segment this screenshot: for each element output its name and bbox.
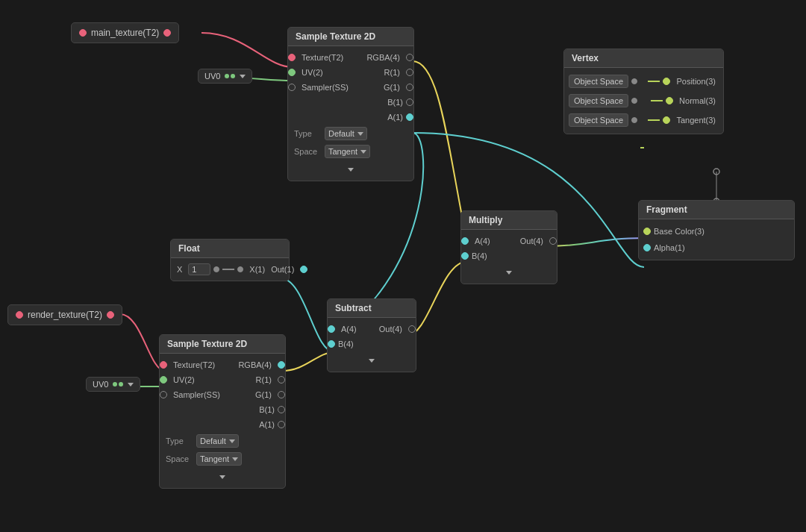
texture-input-port bbox=[288, 54, 296, 61]
mul-a-port bbox=[461, 237, 469, 245]
b-r-output-port bbox=[278, 376, 285, 384]
uv0-bottom-chevron[interactable] bbox=[128, 383, 134, 387]
main-texture-output-port bbox=[79, 29, 87, 37]
sample-texture-2d-bottom-node: Sample Texture 2D Texture(T2) RGBA(4) UV… bbox=[159, 334, 286, 489]
b-a-port-row: A(1) bbox=[160, 417, 285, 432]
b-sampler-port-row: Sampler(SS) G(1) bbox=[160, 387, 285, 402]
float-node: Float X X(1) Out(1) bbox=[170, 239, 290, 281]
mul-b-port bbox=[461, 252, 469, 260]
base-color-row: Base Color(3) bbox=[639, 223, 794, 240]
sampler-input-port bbox=[288, 84, 296, 91]
render-texture-output-port bbox=[16, 311, 23, 319]
normal-row: Object Space Normal(3) bbox=[564, 91, 723, 110]
sample-texture-2d-bottom-header: Sample Texture 2D bbox=[160, 335, 285, 354]
b-sampler-input-port bbox=[160, 391, 167, 398]
b-texture-port-row: Texture(T2) RGBA(4) bbox=[160, 357, 285, 372]
subtract-node: Subtract A(4) Out(4) B(4) bbox=[327, 298, 416, 372]
b-g-output-port bbox=[278, 391, 285, 398]
mul-a-row: A(4) Out(4) bbox=[461, 234, 557, 248]
b-b-port-row: B(1) bbox=[160, 402, 285, 417]
expand-button-bottom[interactable] bbox=[160, 468, 285, 484]
svg-point-4 bbox=[713, 169, 719, 175]
b-rgba-output-port bbox=[278, 361, 285, 369]
render-texture-right-port bbox=[107, 311, 114, 319]
uv-port-row: UV(2) R(1) bbox=[288, 65, 413, 80]
main-texture-node: main_texture(T2) bbox=[71, 22, 179, 43]
expand-button-top[interactable] bbox=[288, 160, 413, 177]
b-b-output-port bbox=[278, 406, 285, 413]
b-port-row: B(1) bbox=[288, 95, 413, 110]
float-x-line bbox=[222, 269, 234, 270]
type-field-row: Type Default bbox=[288, 125, 413, 143]
normal-output-port bbox=[666, 97, 673, 104]
r-output-port bbox=[406, 69, 413, 76]
sub-out-port bbox=[408, 325, 416, 333]
alpha-row: Alpha(1) bbox=[639, 240, 794, 256]
position-row: Object Space Position(3) bbox=[564, 72, 723, 91]
b-texture-input-port bbox=[160, 361, 167, 369]
float-x-dot2 bbox=[237, 266, 243, 272]
space-field-row: Space Tangent bbox=[288, 143, 413, 160]
mul-b-row: B(4) bbox=[461, 248, 557, 263]
sub-b-port bbox=[328, 340, 335, 348]
b-type-select[interactable]: Default bbox=[196, 434, 239, 448]
expand-chevron-sub bbox=[369, 359, 375, 363]
vertex-header: Vertex bbox=[564, 49, 723, 68]
normal-space-select[interactable]: Object Space bbox=[569, 94, 628, 107]
multiply-node: Multiply A(4) Out(4) B(4) bbox=[460, 210, 557, 284]
uv0-top-node: UV0 bbox=[198, 69, 252, 84]
expand-subtract[interactable] bbox=[328, 351, 416, 368]
render-texture-label: render_texture(T2) bbox=[28, 310, 102, 320]
type-chevron bbox=[357, 132, 363, 136]
uv0-bottom-label: UV0 bbox=[93, 380, 108, 389]
sample-texture-2d-top-header: Sample Texture 2D bbox=[288, 28, 413, 46]
b-a-output-port bbox=[278, 421, 285, 428]
expand-chevron-bottom bbox=[219, 475, 225, 479]
b-space-chevron bbox=[232, 457, 238, 461]
render-texture-node: render_texture(T2) bbox=[7, 304, 122, 325]
position-output-port bbox=[663, 78, 670, 85]
a-port-row: A(1) bbox=[288, 110, 413, 125]
b-type-chevron bbox=[229, 439, 235, 443]
texture-port-row: Texture(T2) RGBA(4) bbox=[288, 50, 413, 65]
position-space-select[interactable]: Object Space bbox=[569, 75, 628, 88]
type-select[interactable]: Default bbox=[325, 127, 367, 140]
float-x-input[interactable] bbox=[188, 263, 210, 275]
uv0-top-dot2 bbox=[231, 74, 235, 78]
fragment-header: Fragment bbox=[639, 201, 794, 219]
tangent-space-select[interactable]: Object Space bbox=[569, 113, 628, 127]
main-texture-label: main_texture(T2) bbox=[91, 28, 159, 38]
main-texture-right-port bbox=[163, 29, 171, 37]
expand-chevron-mul bbox=[506, 271, 512, 275]
base-color-input-port bbox=[643, 228, 651, 235]
tangent-row: Object Space Tangent(3) bbox=[564, 110, 723, 130]
alpha-input-port bbox=[643, 244, 651, 251]
uv0-top-dot1 bbox=[225, 74, 229, 78]
vertex-node: Vertex Object Space Position(3) Object S… bbox=[563, 48, 724, 134]
b-output-port bbox=[406, 98, 413, 106]
float-out-port bbox=[300, 266, 307, 273]
sample-texture-2d-top-node: Sample Texture 2D Texture(T2) RGBA(4) UV… bbox=[287, 27, 414, 181]
mul-out-port bbox=[549, 237, 557, 245]
sampler-port-row: Sampler(SS) G(1) bbox=[288, 80, 413, 95]
uv0-bottom-node: UV0 bbox=[86, 377, 140, 392]
uv0-bottom-dot2 bbox=[119, 382, 123, 387]
tangent-output-port bbox=[663, 116, 670, 124]
sub-b-row: B(4) bbox=[328, 337, 416, 351]
uv0-top-label: UV0 bbox=[204, 72, 220, 81]
expand-multiply[interactable] bbox=[461, 263, 557, 280]
tangent-dot bbox=[631, 117, 637, 123]
g-output-port bbox=[406, 84, 413, 91]
b-uv-input-port bbox=[160, 376, 167, 384]
a-output-port bbox=[406, 113, 413, 121]
b-space-field-row: Space Tangent bbox=[160, 450, 285, 468]
sub-a-row: A(4) Out(4) bbox=[328, 322, 416, 337]
b-type-field-row: Type Default bbox=[160, 432, 285, 450]
uv-input-port bbox=[288, 69, 296, 76]
uv0-top-chevron[interactable] bbox=[240, 75, 246, 78]
rgba-output-port bbox=[406, 54, 413, 61]
b-space-select[interactable]: Tangent bbox=[196, 452, 242, 466]
space-select[interactable]: Tangent bbox=[325, 145, 370, 158]
fragment-node: Fragment Base Color(3) Alpha(1) bbox=[638, 200, 795, 260]
b-uv-port-row: UV(2) R(1) bbox=[160, 372, 285, 387]
